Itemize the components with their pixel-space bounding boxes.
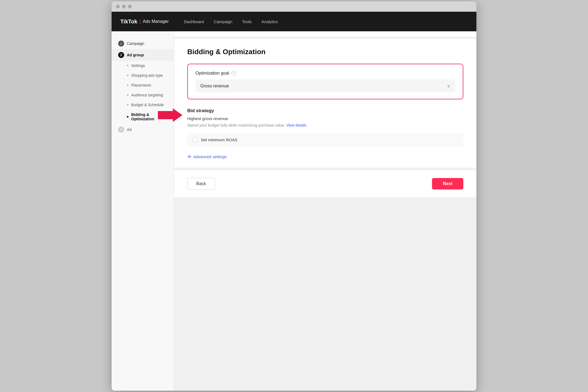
app-body: ✓ Campaign 2 Ad group Settings Shopping … xyxy=(112,31,476,391)
sidebar-campaign-label: Campaign xyxy=(127,41,144,46)
chevron-down-icon: ∨ xyxy=(447,83,450,88)
sidebar-item-ad[interactable]: 3 Ad xyxy=(112,124,174,135)
advanced-chevron: ≫ xyxy=(187,154,192,159)
sidebar-dot-settings xyxy=(127,65,128,66)
opt-select-dropdown[interactable]: Gross revenue ∨ xyxy=(195,79,455,92)
sidebar-budget-label: Budget & Schedule xyxy=(131,103,164,107)
sidebar: ✓ Campaign 2 Ad group Settings Shopping … xyxy=(112,31,174,391)
sidebar-dot-shopping xyxy=(127,75,128,76)
bid-strategy-subtitle: Highest gross revenue xyxy=(187,116,463,121)
nav-campaign[interactable]: Campaign xyxy=(214,19,232,24)
sidebar-sub-placements[interactable]: Placements xyxy=(112,80,174,90)
advanced-settings-label: Advanced settings xyxy=(193,154,227,159)
sidebar-placements-label: Placements xyxy=(131,83,151,87)
opt-label-text: Optimization goal xyxy=(195,71,229,76)
topnav-dot: : xyxy=(139,18,141,25)
next-button[interactable]: Next xyxy=(432,178,463,189)
sidebar-dot-placements xyxy=(127,84,128,86)
sidebar-ad-label: Ad xyxy=(127,127,131,132)
opt-help-icon[interactable]: ? xyxy=(231,71,236,76)
roas-row: Set minimum ROAS xyxy=(187,133,463,146)
top-placeholder xyxy=(174,31,476,37)
optimization-box: Optimization goal ? Gross revenue ∨ xyxy=(187,64,463,99)
topnav-ads-text: Ads Manager xyxy=(143,19,169,24)
nav-analytics[interactable]: Analytics xyxy=(262,19,278,24)
sidebar-sub-audience[interactable]: Audience targeting xyxy=(112,90,174,100)
main-content: Bidding & Optimization Optimization goal… xyxy=(174,31,476,197)
sidebar-dot-bidding xyxy=(127,116,128,118)
sidebar-badge-ad: 3 xyxy=(118,127,124,133)
roas-checkbox[interactable] xyxy=(193,137,198,142)
browser-dot-2 xyxy=(122,5,126,8)
nav-tools[interactable]: Tools xyxy=(242,19,252,24)
arrow-indicator xyxy=(158,107,182,124)
back-button[interactable]: Back xyxy=(187,178,215,190)
sidebar-shopping-label: Shopping ads type xyxy=(131,73,163,78)
browser-window: TikTok: Ads Manager Dashboard Campaign T… xyxy=(112,1,476,391)
nav-dashboard[interactable]: Dashboard xyxy=(184,19,204,24)
sidebar-item-adgroup[interactable]: 2 Ad group xyxy=(112,49,174,61)
sidebar-dot-budget xyxy=(127,104,128,106)
opt-select-value: Gross revenue xyxy=(200,84,229,88)
sidebar-sub-shopping[interactable]: Shopping ads type xyxy=(112,71,174,80)
browser-dot-1 xyxy=(116,5,120,8)
browser-chrome xyxy=(112,1,476,12)
bidding-section: Bidding & Optimization Optimization goal… xyxy=(174,39,476,168)
topnav-logo: TikTok: Ads Manager xyxy=(120,18,169,25)
topnav-tiktok-text: TikTok xyxy=(120,19,137,25)
sidebar-badge-adgroup: 2 xyxy=(118,52,124,58)
sidebar-settings-label: Settings xyxy=(131,63,145,68)
bid-desc-text: Spend your budget fully while maximizing… xyxy=(187,123,285,127)
browser-dot-3 xyxy=(128,5,132,8)
main-wrapper: Bidding & Optimization Optimization goal… xyxy=(174,31,476,391)
footer-bar: Back Next xyxy=(174,170,476,197)
advanced-settings-toggle[interactable]: ≫ Advanced settings xyxy=(187,154,463,159)
opt-label: Optimization goal ? xyxy=(195,71,455,76)
sidebar-adgroup-label: Ad group xyxy=(127,53,144,57)
roas-label: Set minimum ROAS xyxy=(201,137,237,142)
sidebar-audience-label: Audience targeting xyxy=(131,93,163,97)
sidebar-dot-audience xyxy=(127,94,128,96)
bid-strategy-desc: Spend your budget fully while maximizing… xyxy=(187,123,463,127)
sidebar-item-campaign[interactable]: ✓ Campaign xyxy=(112,38,174,49)
topnav-links: Dashboard Campaign Tools Analytics xyxy=(184,19,278,24)
svg-marker-0 xyxy=(158,108,182,122)
bid-strategy-title: Bid strategy xyxy=(187,108,463,114)
view-details-link[interactable]: View details xyxy=(286,123,306,127)
section-title: Bidding & Optimization xyxy=(187,48,463,56)
sidebar-check-campaign: ✓ xyxy=(118,41,124,47)
topnav: TikTok: Ads Manager Dashboard Campaign T… xyxy=(112,12,476,31)
sidebar-sub-settings[interactable]: Settings xyxy=(112,61,174,71)
